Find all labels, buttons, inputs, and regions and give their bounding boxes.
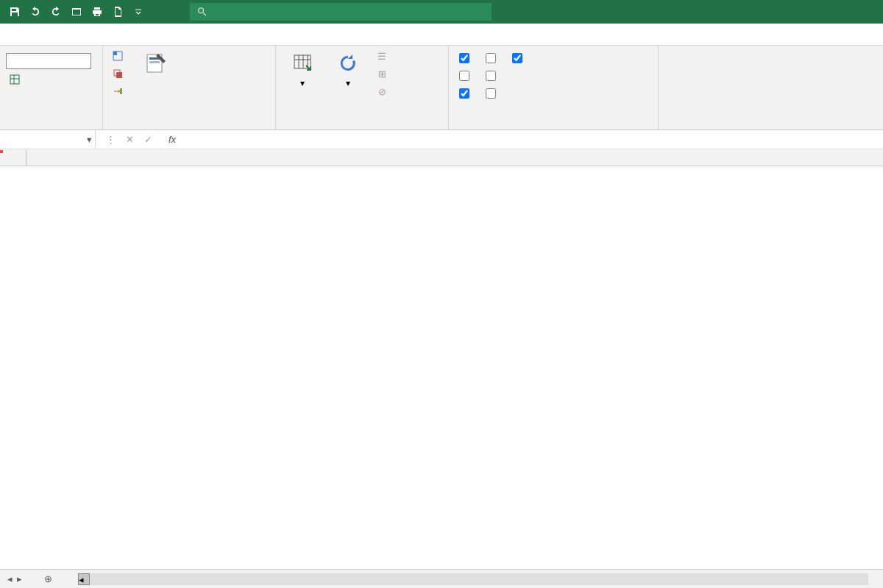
spreadsheet-grid[interactable]: [0, 150, 883, 569]
filter-button-checkbox[interactable]: [508, 52, 530, 65]
remove-duplicates-button[interactable]: [109, 66, 131, 81]
svg-rect-5: [116, 72, 122, 78]
chevron-down-icon[interactable]: ▾: [87, 134, 92, 145]
search-icon: [197, 7, 208, 17]
search-box[interactable]: [190, 3, 492, 21]
first-col-checkbox[interactable]: [481, 52, 503, 65]
save-icon[interactable]: [7, 4, 22, 19]
resize-icon: [9, 74, 21, 85]
pivot-icon: [112, 50, 124, 62]
title-bar: [0, 0, 883, 24]
dedupe-icon: [112, 68, 124, 79]
horizontal-scrollbar[interactable]: ◂: [78, 573, 868, 585]
chevron-down-icon: ▾: [346, 78, 350, 88]
chevron-down-icon: ▾: [300, 78, 305, 88]
ribbon-group-label: [282, 125, 442, 130]
svg-rect-3: [113, 52, 117, 55]
insert-slicer-button[interactable]: [135, 49, 177, 78]
banded-row-checkbox[interactable]: [455, 87, 477, 100]
ribbon-group-tools: [103, 46, 276, 130]
summarize-pivot-button[interactable]: [109, 49, 131, 63]
refresh-button[interactable]: ▾: [327, 49, 369, 88]
svg-rect-9: [149, 61, 160, 63]
qat-dropdown-icon[interactable]: [131, 4, 146, 19]
cells-area[interactable]: [26, 166, 883, 569]
formula-bar-buttons: ⋮ ✕ ✓: [96, 130, 163, 149]
svg-point-0: [199, 8, 204, 13]
table-styles-gallery[interactable]: [664, 49, 877, 57]
sheet-tab-bar: ◂ ▸ ⊕ ◂: [0, 569, 883, 588]
export-button[interactable]: ▾: [282, 49, 323, 88]
convert-range-button[interactable]: [109, 84, 131, 99]
fx-icon[interactable]: fx: [163, 130, 182, 149]
ribbon-group-label: [455, 125, 652, 130]
add-sheet-button[interactable]: ⊕: [40, 571, 56, 587]
unlink-icon: ⊘: [376, 85, 388, 97]
enter-icon[interactable]: ✓: [144, 134, 152, 145]
formula-bar: ▾ ⋮ ✕ ✓ fx: [0, 130, 883, 149]
browser-icon: ⊞: [376, 68, 388, 79]
ribbon-group-style-options: [449, 46, 659, 130]
ribbon-group-external: ▾ ▾ ☰ ⊞ ⊘: [276, 46, 449, 130]
separator-icon: ⋮: [106, 134, 116, 145]
total-row-checkbox[interactable]: [455, 69, 477, 82]
properties-button: ☰: [373, 49, 395, 63]
ribbon: ▾ ▾ ☰ ⊞ ⊘: [0, 46, 883, 130]
convert-icon: [112, 85, 124, 97]
ribbon-group-label: [664, 57, 877, 62]
open-icon[interactable]: [69, 4, 84, 19]
table-name-input[interactable]: [6, 53, 91, 69]
svg-rect-6: [120, 88, 122, 94]
select-all-corner[interactable]: [0, 150, 26, 166]
export-icon: [291, 52, 314, 75]
ribbon-group-label: [109, 125, 269, 130]
properties-icon: ☰: [376, 50, 388, 62]
ribbon-group-properties: [0, 46, 103, 130]
scroll-left-button[interactable]: ◂: [78, 573, 90, 585]
sheet-prev-icon[interactable]: ◂: [7, 573, 13, 584]
slicer-icon: [144, 52, 168, 75]
ribbon-group-label: [6, 125, 96, 130]
unlink-button: ⊘: [373, 84, 395, 99]
name-box-input[interactable]: [4, 134, 91, 145]
print-icon[interactable]: [90, 4, 104, 19]
ribbon-tabs: [0, 24, 883, 46]
refresh-icon: [336, 52, 360, 75]
redo-icon[interactable]: [49, 4, 63, 19]
sheet-nav: ◂ ▸: [0, 573, 29, 584]
resize-table-button[interactable]: [6, 72, 28, 87]
sheet-next-icon[interactable]: ▸: [17, 573, 22, 584]
quick-access-toolbar: [0, 4, 153, 19]
page-icon[interactable]: [110, 4, 125, 19]
search-input[interactable]: [208, 7, 484, 18]
undo-icon[interactable]: [28, 4, 43, 19]
open-browser-button: ⊞: [373, 66, 395, 81]
svg-rect-1: [10, 75, 19, 84]
header-row-checkbox[interactable]: [455, 52, 477, 65]
cancel-icon[interactable]: ✕: [126, 134, 134, 145]
banded-col-checkbox[interactable]: [481, 87, 503, 100]
column-headers: [26, 150, 883, 166]
ribbon-group-table-styles: [659, 46, 883, 130]
last-col-checkbox[interactable]: [481, 69, 503, 82]
name-box[interactable]: ▾: [0, 130, 96, 149]
